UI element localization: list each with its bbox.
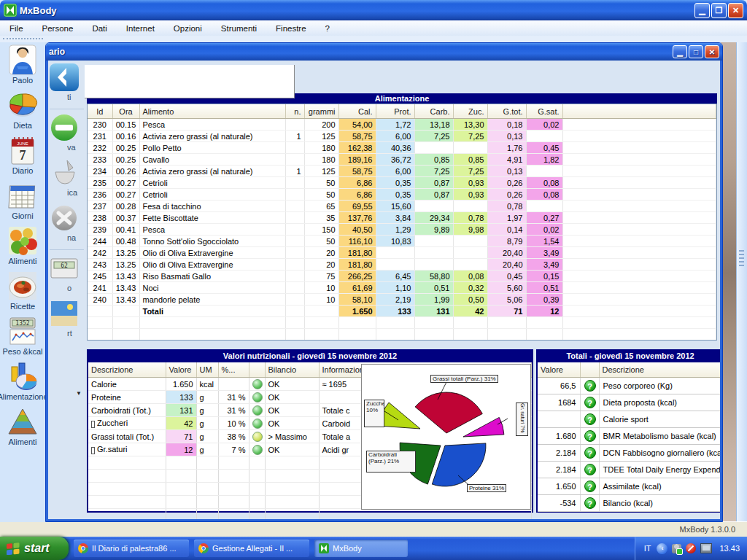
diario-window: ario ▁ □ ✕ tivaicana62ort ▼ Alimentazion… [45, 42, 723, 522]
pie-label-carboidrati: Carboidrati (Parz.) 21% [366, 451, 416, 472]
empty-row [88, 509, 532, 522]
food-row[interactable]: 23300.25Cavallo180189,1636,720,850,854,9… [88, 154, 716, 166]
totals-row[interactable]: 2.184?TDEE Total Daily Energy Expendit..… [538, 462, 722, 478]
toolbar-item-ti[interactable]: ti [48, 62, 85, 107]
empty-row [88, 329, 716, 341]
status-ball-icon [252, 419, 263, 429]
help-icon[interactable]: ? [584, 397, 596, 408]
mxbody-icon [319, 543, 329, 553]
sidebar-item-alimentazione[interactable]: Alimentazione [0, 361, 45, 401]
totals-row[interactable]: 66,5?Peso corporeo (Kg) [538, 378, 722, 394]
sidebar-item-diario[interactable]: JUNE7Diario [0, 135, 45, 175]
dish-icon [7, 271, 38, 301]
food-row[interactable]: 24213.25Olio di Oliva Extravergine20181,… [88, 247, 716, 259]
sidebar-item-alimenti[interactable]: Alimenti [0, 406, 45, 446]
food-row[interactable]: 23800.37Fette Biscottate35137,763,8429,3… [88, 212, 716, 224]
sidebar-item-dieta[interactable]: Dieta [0, 90, 45, 130]
menu-dati[interactable]: Dati [82, 22, 116, 35]
nutrition-panel-title: Valori nutrizionali - giovedì 15 novembr… [88, 351, 532, 362]
food-row[interactable]: 23600.27Cetrioli506,860,350,870,930,260,… [88, 189, 716, 201]
version-label: MxBody 1.3.0.0 [680, 525, 735, 534]
toolbar-item-ica[interactable]: ica [48, 158, 85, 203]
help-icon[interactable]: ? [584, 464, 596, 475]
pie-label-proteine: Proteine 31% [467, 484, 506, 492]
menu-strumenti[interactable]: Strumenti [212, 22, 266, 35]
totals-row[interactable]: 1.680?BMR Metabolismo basale (kcal) [538, 428, 722, 445]
toolbar-item-o[interactable]: 62o [48, 253, 85, 298]
close-button[interactable]: ✕ [728, 3, 743, 18]
calendar-day-icon: JUNE7 [7, 135, 38, 166]
help-icon[interactable]: ? [584, 430, 596, 442]
menu-internet[interactable]: Internet [117, 22, 164, 35]
minimize-button[interactable]: ▁ [694, 3, 710, 18]
food-row[interactable]: 23100.16Activia zero grassi (al naturale… [88, 131, 716, 142]
help-icon[interactable]: ? [584, 380, 596, 392]
circle-gray-icon [48, 203, 80, 233]
food-row[interactable]: 24013.43mandorle pelate1058,102,191,990,… [88, 294, 716, 306]
pie-label-grsaturi: Gr. saturi 7% [516, 402, 528, 436]
food-row[interactable]: 24513.43Riso Basmati Gallo75266,256,4558… [88, 271, 716, 282]
menu-file[interactable]: File [0, 22, 33, 35]
tray-collapse-chevron-icon[interactable]: ‹ [657, 543, 667, 554]
pie-slice [432, 443, 486, 486]
help-icon[interactable]: ? [584, 481, 596, 492]
menu-opzioni[interactable]: Opzioni [164, 22, 212, 35]
diario-minimize-button[interactable]: ▁ [673, 45, 687, 58]
toolbar-grip-handle[interactable] [3, 38, 43, 39]
menu-[interactable]: ? [316, 22, 339, 35]
totals-row[interactable]: 1684?Dieta proposta (kcal) [538, 394, 722, 411]
charts-icon [7, 361, 38, 392]
totals-row[interactable]: ?Calorie sport [538, 411, 722, 428]
totals-row[interactable]: 2.184?DCN Fabbisogno giornaliero (kcal) [538, 445, 722, 462]
task-button-gestione-allegati-il[interactable]: Gestione Allegati - Il ... [194, 540, 309, 557]
totals-row[interactable]: 1.650?Assimilate (kcal) [538, 478, 722, 495]
task-button-il-diario-di-palestra86[interactable]: Il Diario di palestra86 ... [74, 540, 189, 557]
totals-row[interactable]: -534?Bilancio (kcal) [538, 495, 722, 512]
food-row[interactable]: 23900.41Pesca15040,501,299,899,980,140,0… [88, 224, 716, 236]
vegetables-icon [7, 225, 38, 256]
sidebar-item-ricette[interactable]: Ricette [0, 271, 45, 311]
help-icon[interactable]: ? [584, 413, 596, 425]
totals-panel: Totali - giovedì 15 novembre 2012 Valore… [536, 349, 722, 513]
pie-slice [415, 392, 482, 433]
start-button[interactable]: start [0, 537, 69, 560]
food-row[interactable]: 24313.25Olio di Oliva Extravergine20181,… [88, 259, 716, 271]
sub-item-marker-icon [91, 421, 95, 428]
language-indicator[interactable]: IT [644, 544, 651, 553]
antivirus-tray-icon[interactable] [686, 543, 696, 553]
sidebar-item-peso-kcal[interactable]: 1352Peso &kcal [0, 316, 45, 356]
sidebar-item-paolo[interactable]: Paolo [0, 44, 45, 85]
toolbar-item-rt[interactable]: rt [48, 298, 85, 343]
right-splitter[interactable] [736, 42, 747, 522]
empty-row [88, 317, 716, 329]
food-row[interactable]: 23700.28Fesa di tacchino6569,5515,600,78 [88, 201, 716, 212]
network-monitor-tray-icon[interactable] [700, 543, 712, 553]
food-row[interactable]: 23200.25Pollo Petto180162,3840,361,760,4… [88, 142, 716, 154]
toolbar-item-na[interactable]: na [48, 203, 85, 248]
menu-finestre[interactable]: Finestre [266, 22, 316, 35]
mdi-workspace: ario ▁ □ ✕ tivaicana62ort ▼ Alimentazion… [0, 42, 747, 522]
food-row[interactable]: 23400.26Activia zero grassi (al naturale… [88, 166, 716, 177]
food-row[interactable]: 24113.43Noci1061,691,100,510,325,600,51 [88, 282, 716, 294]
sidebar-item-giorni[interactable]: Giorni [0, 180, 45, 220]
system-tray: IT ‹ 13.43 [635, 537, 747, 560]
desktop: MxBody ▁ ❐ ✕ FilePersoneDatiInternetOpzi… [0, 0, 747, 560]
food-row[interactable]: 23000.15Pesca20054,001,7213,1813,300,180… [88, 119, 716, 131]
help-icon[interactable]: ? [584, 497, 596, 509]
toolbar-item-va[interactable]: va [48, 112, 85, 158]
food-row[interactable]: 23500.27Cetrioli506,860,350,870,930,260,… [88, 177, 716, 189]
toolbar-overflow-chevron-icon[interactable]: ▼ [76, 390, 82, 397]
diario-maximize-button[interactable]: □ [689, 45, 703, 58]
svg-text:JUNE: JUNE [17, 141, 28, 146]
restore-button[interactable]: ❐ [711, 3, 727, 18]
menu-persone[interactable]: Persone [33, 22, 83, 35]
sidebar-item-alimenti[interactable]: Alimenti [0, 225, 45, 265]
task-button-mxbody[interactable]: MxBody [314, 540, 408, 557]
diario-close-button[interactable]: ✕ [705, 45, 719, 58]
messenger-tray-icon[interactable] [672, 544, 681, 553]
help-icon[interactable]: ? [584, 447, 596, 459]
status-ball-icon [252, 405, 263, 416]
food-row[interactable]: 24400.48Tonno Sott'olio Sgocciolato50116… [88, 236, 716, 247]
background-photo-strip [721, 42, 737, 522]
pie-label-zuccheri: Zuccheri 10% [364, 400, 384, 427]
